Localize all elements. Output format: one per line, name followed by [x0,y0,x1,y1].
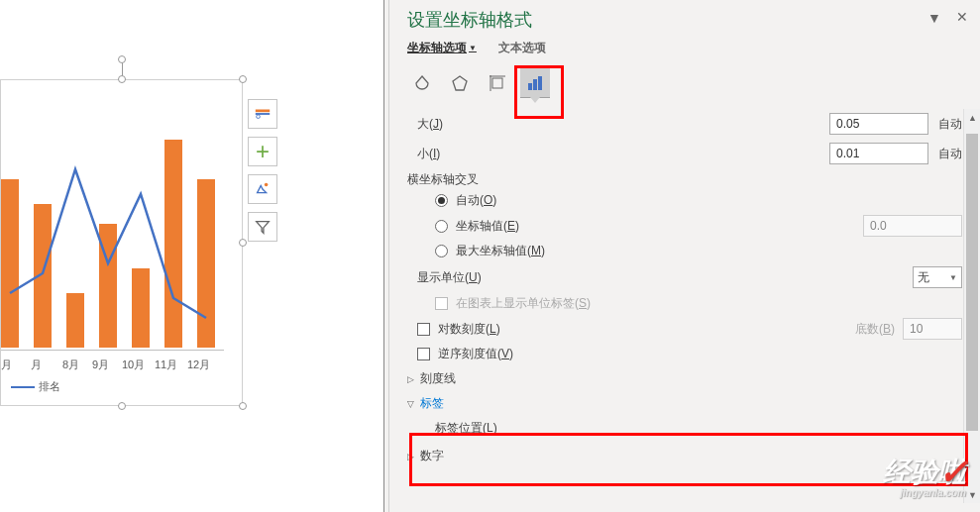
svg-rect-9 [533,79,537,90]
svg-point-3 [265,183,269,187]
cross-max-radio[interactable]: 最大坐标轴值(M) [435,243,962,259]
reverse-checkbox[interactable]: 逆序刻度值(V) [438,346,513,362]
vertical-scrollbar[interactable]: ▲ ▼ [963,109,980,503]
chart-side-toolbar: + [248,99,283,250]
select-value: 无 [918,269,929,286]
expand-icon: ▷ [407,452,414,461]
cross-value-radio[interactable]: 坐标轴值(E) [456,218,519,235]
radio-icon [435,194,448,207]
format-axis-pane: ▼ ✕ 设置坐标轴格式 坐标轴选项▼ 文本选项 大(J) 自动 [389,0,980,512]
checkbox-icon [417,348,430,360]
number-expander[interactable]: ▷ 数字 [407,448,962,464]
expand-icon: ▷ [407,374,414,384]
effects-icon[interactable] [445,68,475,98]
tab-label: 文本选项 [498,40,546,56]
resize-handle-top-right[interactable] [239,75,247,83]
major-unit-label: 大(J) [417,116,453,133]
options-form: 大(J) 自动 小(I) 自动 横坐标轴交叉 自动(O) 坐标轴值(E) [389,108,980,496]
close-icon[interactable]: ✕ [954,10,970,26]
x-tick-label: 10月 [122,358,145,372]
svg-rect-8 [528,83,532,90]
line-series[interactable] [1,105,224,348]
cross-value-input[interactable] [863,215,962,237]
show-unit-label-checkbox: 在图表上显示单位标签(S) [456,295,591,312]
scroll-thumb[interactable] [966,134,978,431]
chart-object[interactable]: 月 月 8月 9月 10月 11月 12月 排名 [0,79,243,406]
chevron-down-icon: ▼ [949,273,957,282]
auto-label: 自动 [938,146,962,162]
chart-styles-button[interactable] [248,174,277,204]
x-tick-label: 9月 [92,358,109,372]
x-tick-label: 12月 [187,358,210,372]
tab-label: 坐标轴选项 [407,40,467,56]
document-area: 月 月 8月 9月 10月 11月 12月 排名 + [0,0,386,512]
x-tick-label: 月 [31,358,42,372]
major-unit-input[interactable] [829,113,928,135]
rotate-connector [122,62,123,76]
pane-tabs: 坐标轴选项▼ 文本选项 [389,38,980,56]
radio-icon [435,245,448,257]
labels-expander[interactable]: ▷ 标签 [407,395,962,412]
scroll-down-button[interactable]: ▼ [964,486,980,503]
resize-handle-top[interactable] [118,75,126,83]
expander-label: 数字 [420,448,444,464]
svg-marker-4 [453,76,467,90]
pane-dropdown-icon[interactable]: ▼ [926,10,942,26]
minor-unit-label: 小(I) [417,146,450,162]
auto-label: 自动 [938,116,962,133]
minor-unit-input[interactable] [829,143,928,164]
legend[interactable]: 排名 [11,379,60,394]
radio-icon [435,220,448,233]
resize-handle-bottom-right[interactable] [239,402,247,410]
chart-add-element-button[interactable]: + [248,137,277,166]
x-tick-label: 月 [1,358,12,372]
legend-swatch [11,386,35,388]
log-base-input[interactable] [903,318,962,340]
label-position-label: 标签位置(L) [435,420,507,437]
legend-label: 排名 [39,380,60,392]
display-unit-select[interactable]: 无▼ [913,266,962,288]
svg-rect-10 [538,76,542,90]
x-tick-label: 11月 [155,358,177,372]
resize-handle-bottom[interactable] [118,402,126,410]
svg-rect-5 [492,78,502,88]
collapse-icon: ▷ [406,400,416,407]
log-scale-checkbox[interactable]: 对数刻度(L) [438,321,500,338]
fill-line-icon[interactable] [407,68,437,98]
svg-point-1 [257,115,261,119]
ticks-expander[interactable]: ▷ 刻度线 [407,370,962,387]
x-axis[interactable] [1,350,224,351]
checkbox-icon [417,323,430,336]
resize-handle-right[interactable] [239,239,247,247]
axis-options-icon[interactable] [520,68,550,98]
pane-title: 设置坐标轴格式 [389,0,980,38]
option-category-icons [389,56,980,108]
checkbox-icon [435,297,448,310]
log-base-label: 底数(B) [855,321,895,338]
cross-section-header: 横坐标轴交叉 [407,171,962,188]
chart-filters-button[interactable] [248,212,277,242]
x-tick-label: 8月 [62,358,79,372]
rotate-handle[interactable] [118,55,126,63]
expander-label: 标签 [420,395,444,412]
cross-auto-radio[interactable]: 自动(O) [435,192,962,209]
tab-axis-options[interactable]: 坐标轴选项▼ [407,40,477,56]
tab-text-options[interactable]: 文本选项 [498,40,546,56]
chart-elements-button[interactable] [248,99,277,129]
expander-label: 刻度线 [420,370,456,387]
size-properties-icon[interactable] [483,68,512,98]
scroll-up-button[interactable]: ▲ [964,109,980,126]
svg-rect-2 [256,110,270,113]
radio-label: 自动(O) [456,192,496,209]
chevron-down-icon: ▼ [469,44,477,52]
radio-label: 最大坐标轴值(M) [456,243,545,259]
display-unit-label: 显示单位(U) [417,269,491,286]
